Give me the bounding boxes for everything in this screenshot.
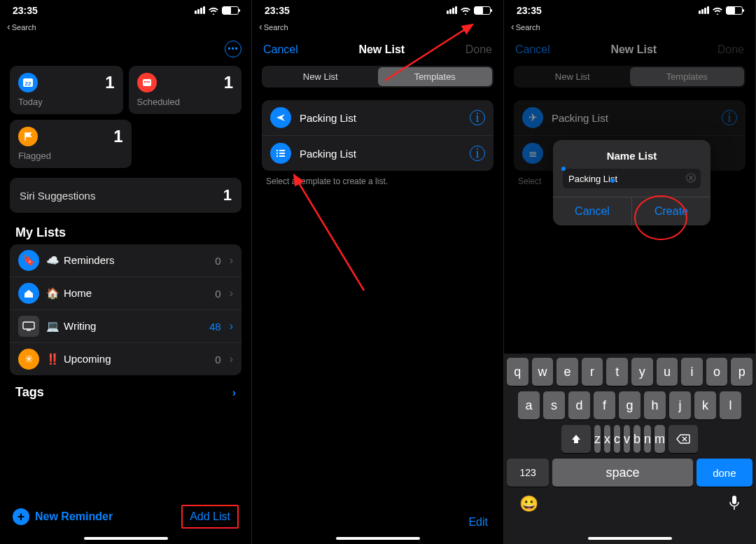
back-to-search[interactable]: Search bbox=[252, 21, 503, 36]
key-a[interactable]: a bbox=[518, 391, 540, 419]
backspace-key[interactable] bbox=[668, 425, 698, 453]
edit-button[interactable]: Edit bbox=[468, 516, 488, 529]
list-item-upcoming[interactable]: ✳︎ ‼️Upcoming 0 › bbox=[10, 343, 241, 375]
key-s[interactable]: s bbox=[543, 391, 565, 419]
card-flagged[interactable]: 1 Flagged bbox=[10, 120, 132, 168]
keyboard-done-key[interactable]: done bbox=[696, 459, 752, 487]
emoji-key[interactable]: 😀 bbox=[519, 495, 538, 515]
key-n[interactable]: n bbox=[644, 425, 651, 453]
segment-templates[interactable]: Templates bbox=[378, 67, 493, 86]
chevron-right-icon: › bbox=[230, 287, 233, 300]
segment-new-list[interactable]: New List bbox=[263, 67, 378, 86]
annotation-highlight: Add List bbox=[181, 505, 239, 529]
key-q[interactable]: q bbox=[507, 358, 528, 386]
template-row[interactable]: Packing List i bbox=[262, 136, 493, 171]
key-g[interactable]: g bbox=[619, 391, 640, 419]
key-b[interactable]: b bbox=[634, 425, 640, 453]
svg-rect-13 bbox=[279, 155, 285, 157]
cancel-button[interactable]: Cancel bbox=[263, 43, 298, 56]
shift-key[interactable] bbox=[561, 425, 591, 453]
key-e[interactable]: e bbox=[556, 358, 578, 386]
key-y[interactable]: y bbox=[631, 358, 653, 386]
template-label: Packing List bbox=[300, 148, 461, 160]
info-icon[interactable]: i bbox=[470, 110, 485, 125]
list-name-field[interactable] bbox=[568, 174, 686, 184]
page-title: New List bbox=[358, 43, 405, 56]
dialog-cancel-button[interactable]: Cancel bbox=[553, 197, 632, 225]
segment-new-list[interactable]: New List bbox=[515, 67, 630, 86]
template-row[interactable]: ✈ Packing List i bbox=[514, 100, 746, 136]
card-scheduled[interactable]: 1 Scheduled bbox=[129, 66, 242, 114]
calendar-icon: 22 bbox=[18, 73, 38, 92]
key-k[interactable]: k bbox=[694, 391, 716, 419]
segmented-control[interactable]: New List Templates bbox=[514, 66, 746, 88]
svg-point-12 bbox=[276, 155, 278, 157]
home-indicator[interactable] bbox=[84, 537, 168, 540]
clear-input-icon[interactable]: ⓧ bbox=[686, 172, 696, 185]
done-button[interactable]: Done bbox=[465, 43, 492, 56]
key-x[interactable]: x bbox=[604, 425, 610, 453]
segment-templates[interactable]: Templates bbox=[630, 67, 745, 86]
list-emoji: ☁️ bbox=[46, 254, 59, 266]
key-t[interactable]: t bbox=[606, 358, 628, 386]
battery-icon bbox=[726, 6, 743, 15]
more-button[interactable]: ••• bbox=[225, 41, 241, 57]
list-emoji: ‼️ bbox=[46, 353, 59, 365]
key-i[interactable]: i bbox=[681, 358, 703, 386]
key-d[interactable]: d bbox=[568, 391, 590, 419]
key-v[interactable]: v bbox=[624, 425, 630, 453]
status-bar: 23:35 bbox=[0, 0, 251, 21]
new-reminder-button[interactable]: + New Reminder bbox=[13, 508, 113, 525]
space-key[interactable]: space bbox=[552, 459, 693, 487]
cancel-button[interactable]: Cancel bbox=[515, 43, 550, 56]
svg-rect-9 bbox=[279, 150, 285, 151]
svg-text:22: 22 bbox=[25, 81, 31, 87]
key-f[interactable]: f bbox=[594, 391, 615, 419]
screen-reminders-home: 23:35 Search ••• 22 1 Today 1 bbox=[0, 0, 252, 544]
wifi-icon bbox=[712, 6, 723, 15]
key-z[interactable]: z bbox=[594, 425, 601, 453]
list-count: 48 bbox=[209, 321, 221, 333]
home-indicator[interactable] bbox=[336, 537, 420, 540]
svg-rect-6 bbox=[23, 322, 34, 329]
template-row[interactable]: Packing List i bbox=[262, 100, 493, 136]
key-o[interactable]: o bbox=[706, 358, 728, 386]
list-item-reminders[interactable]: 🔖 ☁️Reminders 0 › bbox=[10, 244, 241, 277]
onscreen-keyboard[interactable]: qwertyuiop asdfghjkl zxcvbnm 123 space d… bbox=[504, 354, 755, 544]
key-l[interactable]: l bbox=[720, 391, 741, 419]
back-to-search[interactable]: Search bbox=[0, 21, 251, 36]
key-h[interactable]: h bbox=[644, 391, 666, 419]
home-indicator[interactable] bbox=[588, 537, 672, 540]
key-c[interactable]: c bbox=[614, 425, 620, 453]
list-bullet-icon: ≣ bbox=[522, 143, 543, 164]
list-item-home[interactable]: 🏠Home 0 › bbox=[10, 277, 241, 310]
svg-rect-4 bbox=[146, 81, 148, 83]
dictation-key[interactable] bbox=[729, 495, 740, 515]
key-u[interactable]: u bbox=[657, 358, 678, 386]
svg-rect-7 bbox=[27, 330, 31, 330]
info-icon[interactable]: i bbox=[722, 110, 737, 125]
status-bar: 23:35 bbox=[504, 0, 755, 21]
key-r[interactable]: r bbox=[582, 358, 603, 386]
list-name-field-wrap[interactable]: ⓧ bbox=[563, 169, 701, 188]
key-m[interactable]: m bbox=[654, 425, 665, 453]
add-list-button[interactable]: Add List bbox=[190, 510, 230, 522]
info-icon[interactable]: i bbox=[470, 146, 485, 161]
numbers-key[interactable]: 123 bbox=[507, 459, 549, 487]
home-icon bbox=[18, 283, 39, 304]
list-label-text: Home bbox=[64, 287, 92, 299]
segmented-control[interactable]: New List Templates bbox=[262, 66, 493, 88]
scheduled-label: Scheduled bbox=[137, 97, 234, 107]
key-p[interactable]: p bbox=[731, 358, 752, 386]
key-w[interactable]: w bbox=[532, 358, 554, 386]
chevron-right-icon: › bbox=[230, 353, 233, 365]
done-button[interactable]: Done bbox=[718, 43, 744, 56]
key-j[interactable]: j bbox=[669, 391, 691, 419]
my-lists-block: 🔖 ☁️Reminders 0 › 🏠Home 0 › 💻Writing 48 … bbox=[10, 244, 241, 375]
status-time: 23:35 bbox=[517, 5, 542, 16]
card-today[interactable]: 22 1 Today bbox=[10, 66, 123, 114]
list-item-writing[interactable]: 💻Writing 48 › bbox=[10, 310, 241, 343]
back-to-search[interactable]: Search bbox=[504, 21, 755, 36]
tags-row[interactable]: Tags › bbox=[0, 375, 251, 410]
siri-suggestions-row[interactable]: Siri Suggestions 1 bbox=[10, 178, 241, 213]
